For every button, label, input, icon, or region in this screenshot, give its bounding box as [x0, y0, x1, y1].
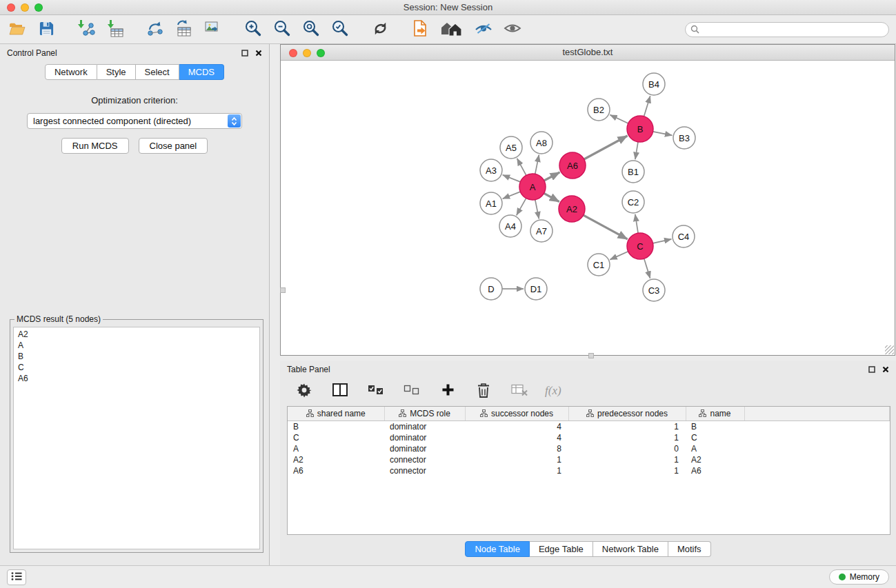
- show-panels-button[interactable]: [7, 569, 26, 585]
- show-hide-button[interactable]: [502, 19, 523, 40]
- network-canvas[interactable]: B4B2BB3A8A5A6A3B1AC2A1A2A4A7C4CC1C3DD1: [281, 61, 895, 355]
- table-cell[interactable]: dominator: [384, 432, 465, 443]
- table-row[interactable]: A2connector11A2: [288, 454, 890, 465]
- toggle-graphics-details-button[interactable]: [473, 19, 494, 40]
- edge-A-A4[interactable]: [517, 199, 526, 216]
- new-network-button[interactable]: [145, 19, 166, 40]
- network-zoom-button[interactable]: [317, 49, 325, 57]
- close-table-panel-icon[interactable]: [882, 366, 889, 373]
- node-A2[interactable]: A2: [559, 196, 585, 222]
- column-header-MCDS-role[interactable]: MCDS role: [384, 407, 465, 421]
- mcds-result-list[interactable]: A2ABCA6: [13, 327, 260, 549]
- table-cell[interactable]: connector: [384, 454, 465, 465]
- edge-A-A3[interactable]: [503, 175, 521, 182]
- select-all-button[interactable]: [366, 381, 386, 401]
- table-cell[interactable]: A2: [686, 454, 744, 465]
- edge-A6-B[interactable]: [584, 136, 628, 159]
- node-C1[interactable]: C1: [588, 254, 610, 276]
- table-cell[interactable]: 1: [568, 421, 686, 433]
- search-input[interactable]: [685, 22, 889, 37]
- table-row[interactable]: Cdominator41C: [288, 432, 890, 443]
- table-cell[interactable]: A: [686, 443, 744, 454]
- node-B2[interactable]: B2: [588, 99, 610, 121]
- open-recent-file-button[interactable]: [410, 19, 430, 40]
- node-A[interactable]: A: [519, 174, 546, 200]
- edge-B-B2[interactable]: [610, 115, 628, 123]
- column-header-name[interactable]: name: [686, 407, 744, 421]
- network-minimize-button[interactable]: [303, 49, 311, 57]
- zoom-window-button[interactable]: [34, 3, 43, 12]
- node-C2[interactable]: C2: [622, 191, 644, 213]
- edge-A-A2[interactable]: [544, 193, 559, 201]
- home-view-button[interactable]: [439, 19, 465, 40]
- table-cell[interactable]: 1: [568, 454, 686, 465]
- table-cell[interactable]: C: [686, 432, 744, 443]
- node-B1[interactable]: B1: [622, 161, 644, 183]
- control-tab-network[interactable]: Network: [45, 64, 97, 80]
- table-cell[interactable]: 1: [465, 465, 568, 476]
- edge-C-C1[interactable]: [610, 252, 628, 260]
- run-mcds-button[interactable]: Run MCDS: [61, 138, 129, 154]
- table-cell[interactable]: dominator: [384, 443, 465, 454]
- close-panel-button[interactable]: Close panel: [139, 138, 208, 154]
- column-header-predecessor-nodes[interactable]: predecessor nodes: [568, 407, 686, 421]
- table-settings-button[interactable]: [294, 381, 315, 401]
- control-tab-style[interactable]: Style: [97, 64, 136, 80]
- new-table-button[interactable]: [174, 19, 195, 40]
- zoom-out-button[interactable]: [272, 19, 292, 40]
- close-panel-icon[interactable]: [255, 50, 262, 57]
- optimization-criterion-dropdown[interactable]: largest connected component (directed): [27, 113, 242, 129]
- table-cell[interactable]: 4: [465, 421, 568, 433]
- delete-table-button[interactable]: [509, 381, 530, 401]
- mcds-result-item[interactable]: B: [18, 351, 255, 362]
- close-window-button[interactable]: [7, 3, 15, 12]
- node-A8[interactable]: A8: [530, 132, 552, 154]
- table-cell[interactable]: 1: [568, 432, 686, 443]
- edge-A-A6[interactable]: [544, 172, 560, 181]
- zoom-in-button[interactable]: [243, 19, 263, 40]
- table-cell[interactable]: C: [288, 432, 384, 443]
- mcds-result-item[interactable]: A2: [18, 329, 255, 340]
- mcds-result-item[interactable]: A: [18, 340, 255, 351]
- table-cell[interactable]: A: [288, 443, 384, 454]
- table-cell[interactable]: 0: [568, 443, 686, 454]
- edge-C-C2[interactable]: [635, 214, 638, 233]
- table-row[interactable]: A6connector11A6: [288, 465, 890, 476]
- refresh-layout-button[interactable]: [370, 19, 390, 40]
- node-B4[interactable]: B4: [643, 73, 665, 95]
- memory-button[interactable]: Memory: [829, 569, 889, 585]
- node-C[interactable]: C: [627, 233, 653, 259]
- deselect-all-button[interactable]: [401, 381, 422, 401]
- table-cell[interactable]: 4: [465, 432, 568, 443]
- control-tab-select[interactable]: Select: [136, 64, 179, 80]
- table-tab-edge-table[interactable]: Edge Table: [530, 541, 593, 557]
- table-cell[interactable]: dominator: [384, 421, 465, 433]
- open-session-button[interactable]: [7, 19, 28, 40]
- table-cell[interactable]: B: [686, 421, 744, 433]
- edge-B-B4[interactable]: [644, 96, 650, 116]
- edge-C-C3[interactable]: [644, 258, 650, 278]
- table-cell[interactable]: connector: [384, 465, 465, 476]
- node-A5[interactable]: A5: [500, 136, 522, 159]
- network-graph[interactable]: B4B2BB3A8A5A6A3B1AC2A1A2A4A7C4CC1C3DD1: [281, 61, 895, 355]
- node-A1[interactable]: A1: [480, 192, 502, 214]
- mcds-result-item[interactable]: A6: [18, 373, 255, 384]
- save-session-button[interactable]: [36, 19, 57, 40]
- table-cell[interactable]: B: [288, 421, 384, 433]
- edge-A-A1[interactable]: [503, 192, 521, 199]
- table-tab-network-table[interactable]: Network Table: [593, 541, 668, 557]
- splitter-nub[interactable]: [280, 287, 286, 293]
- table-cell[interactable]: A2: [288, 454, 384, 465]
- zoom-fit-button[interactable]: [301, 19, 321, 40]
- table-row[interactable]: Adominator80A: [288, 443, 890, 454]
- node-C4[interactable]: C4: [673, 225, 695, 247]
- export-image-button[interactable]: [203, 19, 223, 40]
- network-close-button[interactable]: [289, 49, 297, 57]
- node-D[interactable]: D: [480, 278, 502, 300]
- table-cell[interactable]: A6: [288, 465, 384, 476]
- edge-A-A5[interactable]: [517, 159, 526, 176]
- edge-A-A8[interactable]: [535, 155, 539, 174]
- node-A7[interactable]: A7: [530, 220, 552, 242]
- mcds-result-item[interactable]: C: [18, 362, 255, 373]
- table-tab-node-table[interactable]: Node Table: [465, 541, 530, 557]
